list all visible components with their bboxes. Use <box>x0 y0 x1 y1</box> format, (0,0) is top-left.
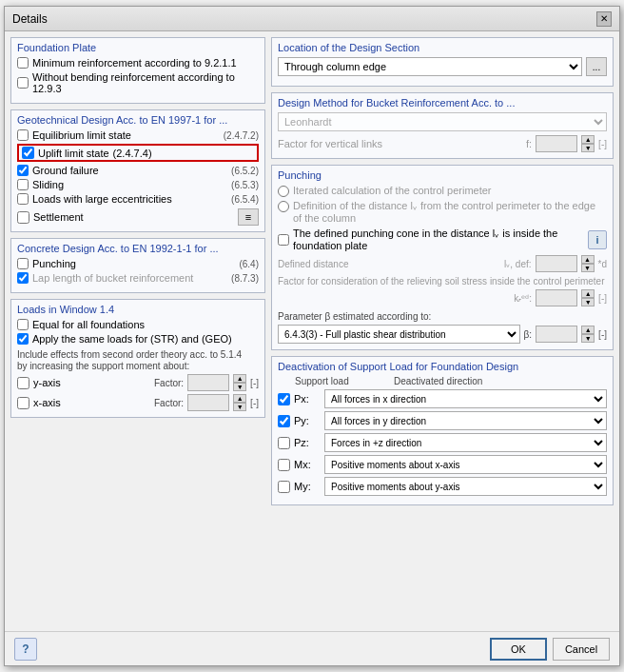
kred-up[interactable]: ▲ <box>581 289 595 298</box>
design-method-up[interactable]: ▲ <box>581 135 595 144</box>
apply-same-checkbox[interactable] <box>17 333 29 345</box>
ok-button[interactable]: OK <box>490 638 547 661</box>
dialog-footer: ? OK Cancel <box>5 631 619 665</box>
include-text2: by increasing the support moment about: <box>17 361 189 371</box>
loads-eccentricities-label: Loads with large eccentricities <box>32 193 224 205</box>
dialog-title: Details <box>12 12 48 26</box>
lw-def-label: lᵥ, def: <box>504 259 531 269</box>
factor-vertical-label: Factor for vertical links <box>278 138 382 149</box>
deact-label-3: Mx: <box>294 459 321 470</box>
support-load-header: Support load <box>295 376 390 386</box>
beta-down[interactable]: ▼ <box>581 334 595 343</box>
defined-cone-checkbox[interactable] <box>278 234 289 246</box>
settlement-checkbox[interactable] <box>17 211 29 224</box>
x-factor-spinner[interactable] <box>187 394 229 411</box>
kred-spinner[interactable] <box>536 289 577 306</box>
deact-checkbox-2[interactable] <box>278 437 290 449</box>
uplift-ref: (2.4.7.4) <box>113 148 152 159</box>
x-axis-checkbox[interactable] <box>17 397 29 409</box>
equal-all-label: Equal for all foundations <box>32 319 259 330</box>
iterated-radio[interactable] <box>278 186 289 197</box>
beta-up[interactable]: ▲ <box>581 326 595 334</box>
info-button[interactable]: i <box>588 230 607 249</box>
without-bending-checkbox[interactable] <box>17 77 29 89</box>
settlement-label: Settlement <box>33 211 84 223</box>
loads-eccentricities-ref: (6.5.4) <box>231 194 259 205</box>
equal-all-checkbox[interactable] <box>17 319 29 330</box>
right-column: Location of the Design Section Through c… <box>271 37 614 625</box>
location-dropdown[interactable]: Through column edge At column face At di… <box>278 57 582 76</box>
location-browse-button[interactable]: ... <box>586 57 607 76</box>
deact-dropdown-3[interactable]: Positive moments about x-axis <box>324 455 607 474</box>
design-method-dropdown[interactable]: Leonhardt <box>278 112 607 131</box>
equilibrium-checkbox[interactable] <box>17 129 29 141</box>
beta-dropdown[interactable]: 6.4.3(3) - Full plastic shear distributi… <box>278 325 520 344</box>
deact-dropdown-1[interactable]: All forces in y direction <box>324 411 607 430</box>
parameter-label: Parameter β estimated according to: <box>278 311 431 322</box>
x-factor-down[interactable]: ▼ <box>233 403 246 411</box>
deact-dropdown-4[interactable]: Positive moments about y-axis <box>324 477 607 496</box>
y-axis-checkbox[interactable] <box>17 377 29 389</box>
sliding-checkbox[interactable] <box>17 179 29 190</box>
deact-checkbox-1[interactable] <box>278 415 290 427</box>
design-method-down[interactable]: ▼ <box>581 144 595 152</box>
iterated-row: Iterated calculation of the control peri… <box>278 185 607 197</box>
kred-row: kᵣᵉᵈ: ▲ ▼ [-] <box>278 289 607 306</box>
kred-label: kᵣᵉᵈ: <box>514 293 532 304</box>
min-reinforcement-checkbox[interactable] <box>17 57 29 69</box>
beta-unit: [-] <box>598 329 607 340</box>
x-unit: [-] <box>250 398 259 408</box>
factor-soil-container: Factor for consideration of the relievin… <box>278 275 607 287</box>
help-button[interactable]: ? <box>14 638 37 661</box>
ground-checkbox[interactable] <box>17 165 29 176</box>
settlement-row: Settlement ≡ <box>17 208 259 226</box>
sliding-ref: (6.5.3) <box>231 180 259 190</box>
definition-radio[interactable] <box>278 201 289 212</box>
y-factor-down[interactable]: ▼ <box>233 383 246 391</box>
kred-down[interactable]: ▼ <box>581 298 595 306</box>
defined-distance-row: Defined distance lᵥ, def: ▲ ▼ *d <box>278 255 607 272</box>
deact-dropdown-0[interactable]: All forces in x direction <box>324 389 607 408</box>
without-bending-label: Without bending reinforcement according … <box>32 71 259 94</box>
deact-checkbox-3[interactable] <box>278 459 290 471</box>
close-button[interactable]: ✕ <box>596 11 612 27</box>
deactivation-section: Deactivation of Support Load for Foundat… <box>271 356 614 505</box>
iterated-label: Iterated calculation of the control peri… <box>293 185 492 196</box>
details-dialog: Details ✕ Foundation Plate Minimum reinf… <box>4 6 620 666</box>
design-method-spinner[interactable] <box>536 135 577 152</box>
settlement-button[interactable]: ≡ <box>238 208 259 226</box>
defined-distance-up[interactable]: ▲ <box>581 255 595 264</box>
x-factor-label: Factor: <box>154 398 184 408</box>
lap-length-checkbox[interactable] <box>17 272 29 284</box>
defined-distance-spinner[interactable] <box>536 255 577 272</box>
deact-checkbox-4[interactable] <box>278 481 290 493</box>
foundation-plate-title: Foundation Plate <box>17 42 259 53</box>
x-factor-up[interactable]: ▲ <box>233 394 246 403</box>
deact-dropdown-2[interactable]: Forces in +z direction <box>324 433 607 452</box>
punching-left-label: Punching <box>32 258 231 269</box>
deact-label-4: My: <box>294 481 321 492</box>
deact-checkbox-0[interactable] <box>278 393 290 405</box>
deactivation-title: Deactivation of Support Load for Foundat… <box>278 361 607 372</box>
beta-spinner[interactable] <box>536 326 577 343</box>
f-label: f: <box>526 138 532 149</box>
uplift-label: Uplift limit state <box>38 148 109 159</box>
x-axis-row: x-axis Factor: ▲ ▼ [-] <box>17 394 259 411</box>
deact-row: Px:All forces in x direction <box>278 389 607 408</box>
uplift-checkbox[interactable] <box>22 147 34 159</box>
deact-row: Mx:Positive moments about x-axis <box>278 455 607 474</box>
loads-title: Loads in Window 1.4 <box>17 304 259 315</box>
cancel-button[interactable]: Cancel <box>553 638 610 661</box>
loads-eccentricities-checkbox[interactable] <box>17 193 29 205</box>
definition-label: Definition of the distance lᵥ from the c… <box>293 200 607 224</box>
deactivation-header: Support load Deactivated direction <box>278 376 607 386</box>
punching-left-checkbox[interactable] <box>17 258 29 269</box>
foundation-plate-section: Foundation Plate Minimum reinforcement a… <box>10 37 265 104</box>
y-factor-up[interactable]: ▲ <box>233 374 246 383</box>
y-factor-spinner[interactable] <box>187 374 229 391</box>
apply-same-label: Apply the same loads for (STR) and (GEO) <box>32 333 259 345</box>
defined-distance-unit: *d <box>598 259 607 269</box>
defined-cone-label: The defined punching cone in the distanc… <box>293 227 584 251</box>
defined-distance-down[interactable]: ▼ <box>581 264 595 272</box>
punching-title: Punching <box>278 169 607 181</box>
